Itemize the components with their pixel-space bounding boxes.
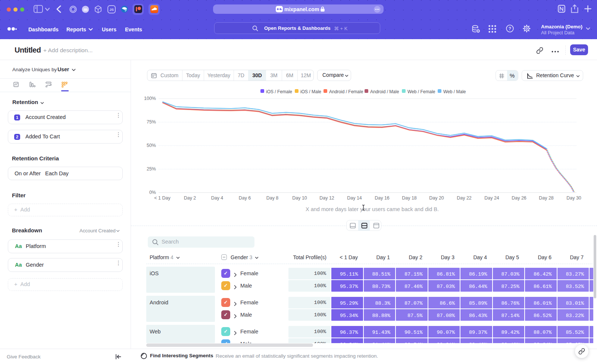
svg-text:?: ? bbox=[509, 26, 511, 31]
svg-text:JS: JS bbox=[109, 7, 114, 12]
svg-text:m: m bbox=[84, 7, 88, 12]
